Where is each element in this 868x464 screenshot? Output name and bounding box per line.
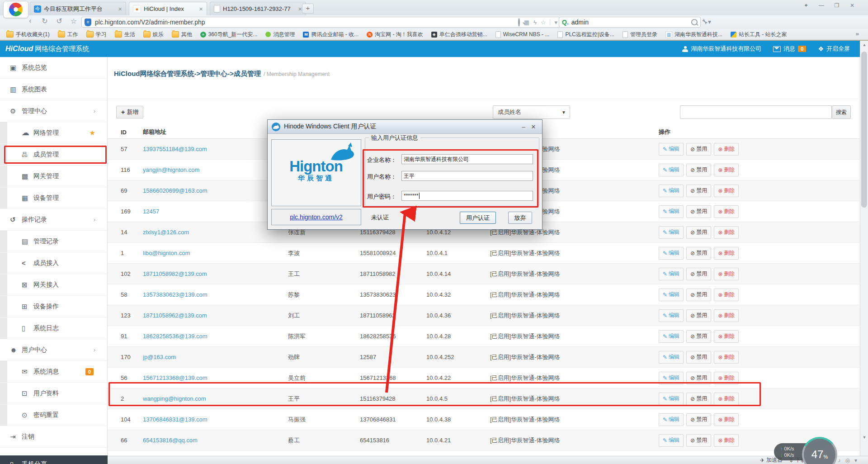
delete-button[interactable]: 删除 (714, 309, 739, 322)
tab-close-icon[interactable] (118, 5, 122, 13)
delete-button[interactable]: 删除 (714, 372, 739, 384)
edit-button[interactable]: 编辑 (659, 185, 684, 197)
dropdown-caret-icon[interactable]: ▾ (554, 19, 557, 26)
delete-button[interactable]: 删除 (714, 268, 739, 280)
bookmark-item[interactable]: 工作 (58, 31, 78, 38)
company-menu[interactable]: 湖南华辰智通科技有限公司 (682, 45, 761, 53)
address-bar[interactable]: + plc.hignton.com/V2/admin-member.php ▦ … (81, 17, 561, 28)
bookmark-item[interactable]: 其他 (172, 31, 192, 38)
sidebar-item[interactable]: 操作记录 (0, 209, 107, 231)
member-search-input[interactable] (680, 105, 832, 119)
member-filter-select[interactable]: 成员姓名 ▼ (493, 105, 570, 119)
vertical-scrollbar[interactable]: ▲ ▼ (860, 41, 868, 456)
add-member-button[interactable]: + 新增 (116, 106, 143, 118)
edit-button[interactable]: 编辑 (659, 330, 684, 343)
browser-tab[interactable]: H120-1509-1617-2932-77 (210, 2, 306, 15)
sidebar-item[interactable]: 管理记录 (0, 231, 107, 252)
cell-email-link[interactable]: 13937551184@139.com (143, 146, 288, 152)
disable-button[interactable]: 禁用 (686, 205, 711, 218)
cell-email-link[interactable]: 13706846831@139.com (143, 416, 288, 423)
disable-button[interactable]: 禁用 (686, 434, 711, 447)
edit-button[interactable]: 编辑 (659, 413, 684, 426)
cell-email-link[interactable]: 13573830623@139.com (143, 291, 288, 298)
username-field[interactable]: 王平 (401, 171, 533, 181)
undo-icon[interactable]: ↺ (54, 17, 64, 25)
disable-button[interactable]: 禁用 (686, 268, 711, 280)
delete-button[interactable]: 删除 (714, 247, 739, 260)
sidebar-item[interactable]: 设备操作 (0, 296, 107, 317)
disable-button[interactable]: 禁用 (686, 143, 711, 156)
disable-button[interactable]: 禁用 (686, 413, 711, 426)
scrollbar-thumb[interactable] (861, 52, 867, 208)
messages-menu[interactable]: 消息 0 (773, 45, 806, 53)
cancel-button[interactable]: 放弃 (508, 212, 532, 224)
scroll-up-icon[interactable]: ▲ (860, 43, 868, 47)
bookmark-item[interactable]: 腾讯企业邮箱 - 收... (303, 31, 359, 38)
bookmark-star-icon[interactable]: ☆ (541, 19, 546, 26)
edit-button[interactable]: 编辑 (659, 289, 684, 301)
cell-email-link[interactable]: 15671213368@139.com (143, 374, 288, 381)
bookmark-item[interactable]: 生活 (115, 31, 135, 38)
sidebar-item[interactable]: 系统消息 0 (0, 361, 107, 383)
new-tab-button[interactable]: + (302, 4, 314, 14)
cell-email-link[interactable]: jp@163.com (143, 354, 288, 360)
sidebar-item[interactable]: 系统图表 (0, 79, 107, 100)
delete-button[interactable]: 删除 (714, 434, 739, 447)
disable-button[interactable]: 禁用 (686, 247, 711, 260)
lightning-icon[interactable]: ϟ (533, 19, 537, 26)
bookmark-item[interactable]: 娱乐 (143, 31, 164, 38)
cell-email-link[interactable]: 15866020699@163.com (143, 187, 288, 194)
bookmark-item[interactable]: 学习 (86, 31, 107, 38)
sidebar-item[interactable]: 设备管理 (0, 187, 107, 209)
bookmark-item[interactable]: 管理员登录 (623, 31, 657, 38)
browser-search-box[interactable]: Q. admin (559, 17, 701, 28)
bookmark-item[interactable]: 单仁合强移动营销... (431, 31, 487, 38)
cell-email-link[interactable]: wangping@hignton.com (143, 395, 288, 402)
delete-button[interactable]: 删除 (714, 164, 739, 176)
refresh-icon[interactable]: ↻ (40, 17, 50, 25)
edit-button[interactable]: 编辑 (659, 205, 684, 218)
dialog-minimize-icon[interactable]: – (519, 123, 528, 130)
tab-close-icon[interactable] (199, 5, 203, 13)
sidebar-item[interactable]: 网关管理 (0, 166, 107, 187)
disable-button[interactable]: 禁用 (686, 309, 711, 322)
delete-button[interactable]: 删除 (714, 289, 739, 301)
authenticate-button[interactable]: 用户认证 (460, 212, 496, 224)
target-icon[interactable]: ◎ (845, 457, 849, 464)
search-query-text[interactable]: admin (571, 19, 691, 26)
dialog-close-icon[interactable]: ✕ (528, 123, 538, 130)
bookmark-item[interactable]: WiseCRM NBS - ... (495, 31, 550, 38)
sidebar-item[interactable]: 密码重置 (0, 404, 107, 426)
sidebar-item[interactable]: 网关接入 (0, 274, 107, 296)
close-icon[interactable]: ✕ (846, 1, 858, 10)
cell-email-link[interactable]: 18711058982@139.com (143, 270, 288, 277)
bookmark-item[interactable]: 360导航_新一代安... (200, 31, 258, 38)
disable-button[interactable]: 禁用 (686, 330, 711, 343)
skin-icon[interactable]: ✦ (800, 1, 812, 10)
sidebar-item[interactable]: 系统总览 (0, 57, 107, 79)
sidebar-item[interactable]: 用户中心 (0, 339, 107, 361)
sidebar-item[interactable]: 注销 (0, 426, 107, 448)
password-field[interactable]: ******* (401, 191, 533, 201)
browser-logo[interactable] (3, 1, 28, 18)
edit-button[interactable]: 编辑 (659, 372, 684, 384)
browser-tab[interactable]: 今目标互联网工作平台 (30, 2, 126, 15)
cell-email-link[interactable]: 12457 (143, 208, 288, 215)
delete-button[interactable]: 删除 (714, 351, 739, 364)
edit-button[interactable]: 编辑 (659, 268, 684, 280)
delete-button[interactable]: 删除 (714, 226, 739, 239)
edit-button[interactable]: 编辑 (659, 309, 684, 322)
delete-button[interactable]: 删除 (714, 143, 739, 156)
sidebar-item[interactable]: 成员接入 (0, 252, 107, 274)
search-icon[interactable] (691, 19, 698, 25)
back-icon[interactable]: ‹ (25, 17, 35, 25)
bookmark-item[interactable]: 淘宝网 - 淘！我喜欢 (367, 31, 423, 38)
sidebar-item[interactable]: 网络管理 (0, 122, 107, 144)
disable-button[interactable]: 禁用 (686, 164, 711, 176)
edit-button[interactable]: 编辑 (659, 226, 684, 239)
cell-email-link[interactable]: zlxlsy1@126.com (143, 229, 288, 236)
cell-email-link[interactable]: yangjin@hignton.com (143, 166, 288, 173)
edit-button[interactable]: 编辑 (659, 393, 684, 405)
disable-button[interactable]: 禁用 (686, 351, 711, 364)
edit-button[interactable]: 编辑 (659, 351, 684, 364)
